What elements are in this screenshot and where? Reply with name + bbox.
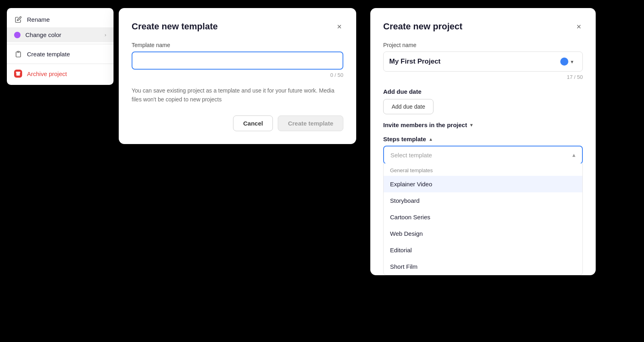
change-color-menu-item[interactable]: Change color › [7, 27, 114, 42]
svg-rect-0 [17, 51, 19, 52]
template-modal-description: You can save existing project as a templ… [132, 86, 343, 104]
select-template-button[interactable]: Select template ▴ [383, 146, 583, 164]
template-name-input[interactable] [132, 52, 343, 70]
color-dot-icon [14, 32, 21, 38]
invite-members-chevron-down-icon: ▾ [470, 122, 473, 128]
rename-label: Rename [27, 16, 50, 23]
modal-project-close-button[interactable]: × [575, 21, 583, 32]
modal-project-title: Create new project [383, 21, 462, 32]
clipboard-icon [14, 50, 22, 58]
invite-members-label: Invite members in the project [383, 122, 467, 128]
template-dropdown-list: General templates Explainer Video Storyb… [383, 163, 583, 275]
archive-project-label: Archive project [27, 70, 67, 77]
add-due-date-section-label: Add due date [383, 88, 583, 95]
dropdown-item-editorial[interactable]: Editorial [384, 242, 582, 258]
create-project-modal: Create new project × Project name ▾ 17 /… [370, 8, 596, 275]
rename-menu-item[interactable]: Rename [7, 11, 114, 27]
change-color-label: Change color [25, 31, 61, 38]
template-name-label: Template name [132, 42, 343, 48]
chevron-down-icon: ▾ [571, 59, 574, 65]
context-menu: Rename Change color › Create template Ar… [7, 8, 114, 85]
project-color-button[interactable]: ▾ [557, 56, 577, 67]
steps-template-label: Steps template [383, 136, 426, 142]
steps-template-row[interactable]: Steps template ▴ [383, 136, 583, 142]
select-template-chevron-up-icon: ▴ [572, 151, 576, 159]
dropdown-item-explainer-video[interactable]: Explainer Video [384, 176, 582, 192]
create-template-menu-item[interactable]: Create template [7, 46, 114, 62]
create-template-label: Create template [27, 51, 70, 58]
modal-template-close-button[interactable]: × [335, 21, 343, 32]
modal-template-title: Create new template [132, 21, 218, 32]
project-name-counter: 17 / 50 [383, 74, 583, 80]
create-template-modal: Create new template × Template name 0 / … [119, 8, 356, 144]
modal-project-header: Create new project × [383, 21, 583, 32]
dropdown-section-label: General templates [384, 163, 582, 176]
steps-template-chevron-up-icon: ▴ [429, 136, 432, 142]
create-template-button[interactable]: Create template [278, 115, 343, 131]
svg-rect-1 [16, 72, 20, 73]
menu-divider [7, 44, 114, 44]
pencil-icon [14, 15, 22, 23]
dropdown-item-storyboard[interactable]: Storyboard [384, 192, 582, 209]
select-template-placeholder: Select template [390, 152, 432, 159]
archive-project-menu-item[interactable]: Archive project [7, 66, 114, 82]
template-name-counter: 0 / 50 [132, 72, 343, 78]
project-color-dot-icon [560, 58, 568, 66]
add-due-date-button[interactable]: Add due date [383, 99, 433, 114]
dropdown-item-cartoon-series[interactable]: Cartoon Series [384, 209, 582, 225]
modal-template-header: Create new template × [132, 21, 343, 32]
chevron-right-icon: › [105, 32, 106, 38]
template-modal-actions: Cancel Create template [132, 115, 343, 131]
archive-icon [14, 70, 22, 78]
project-name-input[interactable] [389, 58, 553, 66]
invite-members-row[interactable]: Invite members in the project ▾ [383, 122, 583, 128]
menu-divider-2 [7, 64, 114, 64]
dropdown-item-short-film[interactable]: Short Film [384, 258, 582, 275]
cancel-button[interactable]: Cancel [233, 115, 273, 131]
project-name-row: ▾ [383, 52, 583, 72]
dropdown-item-web-design[interactable]: Web Design [384, 225, 582, 242]
project-name-label: Project name [383, 42, 583, 48]
select-template-wrapper: Select template ▴ General templates Expl… [383, 146, 583, 275]
